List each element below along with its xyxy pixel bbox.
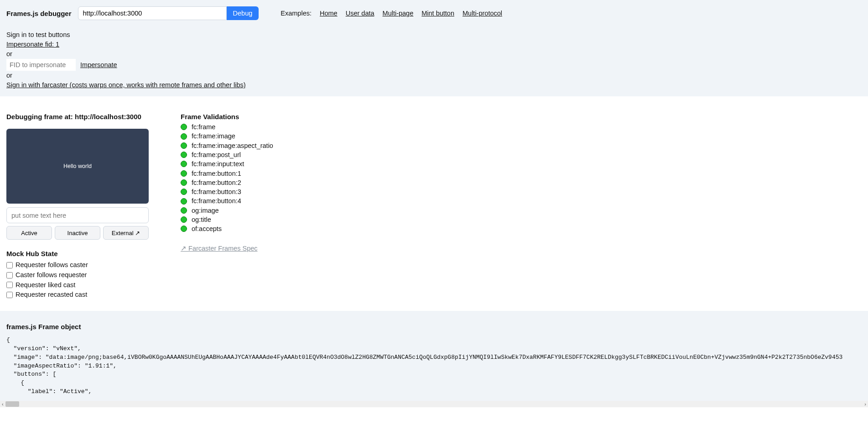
impersonate-button[interactable]: Impersonate bbox=[80, 61, 117, 68]
validation-label: og:image bbox=[192, 206, 219, 215]
status-ok-icon bbox=[181, 142, 187, 149]
validation-row: fc:frame:image:aspect_ratio bbox=[181, 141, 273, 150]
status-ok-icon bbox=[181, 124, 187, 130]
status-ok-icon bbox=[181, 189, 187, 195]
example-link-multi-page[interactable]: Multi-page bbox=[383, 10, 414, 17]
mockhub-label: Requester liked cast bbox=[16, 280, 75, 290]
mockhub-checkbox[interactable] bbox=[6, 292, 13, 298]
impersonate-fid-1-link[interactable]: Impersonate fid: 1 bbox=[6, 41, 59, 48]
validations-heading: Frame Validations bbox=[181, 113, 273, 121]
validation-label: fc:frame:image:aspect_ratio bbox=[192, 141, 273, 150]
scroll-left-icon[interactable]: ‹ bbox=[2, 401, 4, 407]
mockhub-row-requester-follows-caster[interactable]: Requester follows caster bbox=[6, 260, 161, 270]
frame-image-preview: Hello world bbox=[6, 129, 149, 204]
mockhub-label: Requester follows caster bbox=[16, 260, 88, 270]
validation-label: fc:frame:post_url bbox=[192, 150, 241, 159]
mockhub-label: Requester recasted cast bbox=[16, 290, 87, 300]
mockhub-checkbox[interactable] bbox=[6, 282, 13, 288]
example-link-home[interactable]: Home bbox=[320, 10, 338, 17]
farcaster-spec-link[interactable]: ↗ Farcaster Frames Spec bbox=[181, 245, 258, 252]
frame-image-text: Hello world bbox=[63, 163, 92, 169]
validation-label: fc:frame:button:2 bbox=[192, 178, 241, 187]
frame-button-inactive[interactable]: Inactive bbox=[55, 226, 100, 240]
status-ok-icon bbox=[181, 161, 187, 167]
mock-hub-state: Mock Hub State Requester follows caster … bbox=[6, 250, 161, 300]
validation-row: fc:frame:button:1 bbox=[181, 169, 273, 178]
app-title: Frames.js debugger bbox=[6, 10, 72, 17]
scrollbar-thumb[interactable] bbox=[5, 401, 19, 407]
url-group: Debug bbox=[78, 6, 259, 20]
url-input[interactable] bbox=[78, 6, 227, 20]
status-ok-icon bbox=[181, 207, 187, 214]
debugging-heading-url: http://localhost:3000 bbox=[75, 113, 141, 121]
topbar-row: Frames.js debugger Debug Examples: Home … bbox=[6, 6, 862, 20]
frame-buttons-row: Active Inactive External ↗ bbox=[6, 226, 149, 240]
validation-row: fc:frame bbox=[181, 122, 273, 131]
debugging-heading: Debugging frame at: http://localhost:300… bbox=[6, 113, 161, 121]
frame-object-heading: frames.js Frame object bbox=[6, 323, 862, 331]
validation-row: fc:frame:input:text bbox=[181, 159, 273, 168]
mockhub-checkbox[interactable] bbox=[6, 262, 13, 268]
fid-input[interactable] bbox=[6, 59, 76, 71]
validation-label: fc:frame bbox=[192, 122, 215, 131]
status-ok-icon bbox=[181, 226, 187, 232]
validation-row: og:image bbox=[181, 206, 273, 215]
validation-row: of:accepts bbox=[181, 224, 273, 233]
mockhub-checkbox[interactable] bbox=[6, 272, 13, 278]
examples-label: Examples: bbox=[281, 10, 312, 17]
status-ok-icon bbox=[181, 133, 187, 140]
validation-label: of:accepts bbox=[192, 224, 222, 233]
status-ok-icon bbox=[181, 198, 187, 205]
status-ok-icon bbox=[181, 216, 187, 223]
example-link-user-data[interactable]: User data bbox=[346, 10, 374, 17]
validation-label: fc:frame:input:text bbox=[192, 159, 244, 168]
validation-row: og:title bbox=[181, 215, 273, 224]
frame-button-external[interactable]: External ↗ bbox=[103, 226, 149, 240]
mockhub-row-requester-recasted-cast[interactable]: Requester recasted cast bbox=[6, 290, 161, 300]
debugging-heading-prefix: Debugging frame at: bbox=[6, 113, 75, 121]
validation-row: fc:frame:button:4 bbox=[181, 196, 273, 205]
mockhub-row-caster-follows-requester[interactable]: Caster follows requester bbox=[6, 270, 161, 280]
validation-label: fc:frame:button:4 bbox=[192, 196, 241, 205]
signin-prompt: Sign in to test buttons bbox=[6, 30, 862, 40]
examples-nav: Examples: Home User data Multi-page Mint… bbox=[281, 10, 502, 17]
signin-block: Sign in to test buttons Impersonate fid:… bbox=[6, 30, 862, 90]
horizontal-scrollbar[interactable]: ‹ › bbox=[0, 401, 868, 407]
status-ok-icon bbox=[181, 152, 187, 158]
validation-label: og:title bbox=[192, 215, 211, 224]
example-link-multi-protocol[interactable]: Multi-protocol bbox=[463, 10, 502, 17]
right-column: Frame Validations fc:frame fc:frame:imag… bbox=[181, 113, 273, 300]
mockhub-label: Caster follows requester bbox=[16, 270, 87, 280]
topbar: Frames.js debugger Debug Examples: Home … bbox=[0, 0, 868, 96]
mock-hub-heading: Mock Hub State bbox=[6, 250, 161, 257]
frame-object-section: frames.js Frame object { "version": "vNe… bbox=[0, 311, 868, 401]
or-text-1: or bbox=[6, 49, 862, 59]
validation-label: fc:frame:button:3 bbox=[192, 187, 241, 196]
debug-button[interactable]: Debug bbox=[227, 6, 259, 20]
validation-label: fc:frame:image bbox=[192, 131, 235, 141]
mockhub-row-requester-liked-cast[interactable]: Requester liked cast bbox=[6, 280, 161, 290]
status-ok-icon bbox=[181, 170, 187, 177]
validation-label: fc:frame:button:1 bbox=[192, 169, 241, 178]
validation-row: fc:frame:image bbox=[181, 131, 273, 141]
scroll-right-icon[interactable]: › bbox=[864, 401, 866, 407]
status-ok-icon bbox=[181, 179, 187, 186]
left-column: Debugging frame at: http://localhost:300… bbox=[6, 113, 161, 300]
signin-farcaster-link[interactable]: Sign in with farcaster (costs warps once… bbox=[6, 81, 246, 89]
validation-row: fc:frame:button:2 bbox=[181, 178, 273, 187]
frame-text-input[interactable] bbox=[6, 207, 149, 223]
validation-row: fc:frame:post_url bbox=[181, 150, 273, 159]
main-content: Debugging frame at: http://localhost:300… bbox=[0, 96, 868, 311]
frame-object-json: { "version": "vNext", "image": "data:ima… bbox=[6, 336, 862, 396]
validation-row: fc:frame:button:3 bbox=[181, 187, 273, 196]
frame-button-active[interactable]: Active bbox=[6, 226, 52, 240]
or-text-2: or bbox=[6, 71, 862, 80]
example-link-mint-button[interactable]: Mint button bbox=[421, 10, 454, 17]
